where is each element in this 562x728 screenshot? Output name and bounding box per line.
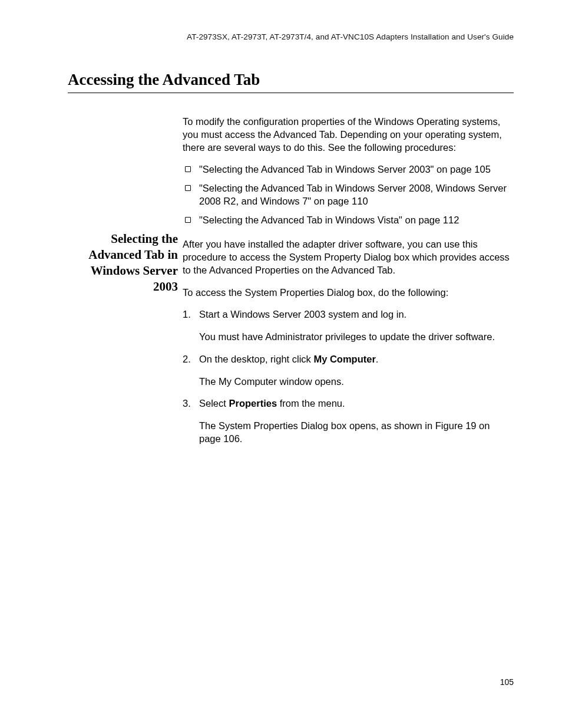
page-number: 105 bbox=[500, 677, 514, 687]
section-side-heading: Selecting the Advanced Tab in Windows Se… bbox=[68, 231, 178, 295]
side-column: Selecting the Advanced Tab in Windows Se… bbox=[68, 116, 183, 295]
square-bullet-icon bbox=[185, 166, 191, 172]
step-item: 3. Select Properties from the menu. bbox=[183, 397, 514, 410]
step-number: 3. bbox=[183, 397, 199, 410]
step-subtext: The My Computer window opens. bbox=[199, 375, 514, 388]
step-item: 2. On the desktop, right click My Comput… bbox=[183, 353, 514, 366]
body-area: Selecting the Advanced Tab in Windows Se… bbox=[68, 116, 514, 455]
step-subtext: You must have Administrator privileges t… bbox=[199, 331, 514, 344]
step-text-post: from the menu. bbox=[277, 398, 345, 409]
step-text: On the desktop, right click My Computer. bbox=[199, 353, 514, 366]
intro-paragraph: To modify the configuration properties o… bbox=[183, 116, 514, 154]
bullet-item: "Selecting the Advanced Tab in Windows V… bbox=[183, 214, 514, 227]
step-text-pre: Select bbox=[199, 398, 229, 409]
bullet-item: "Selecting the Advanced Tab in Windows S… bbox=[183, 182, 514, 208]
step-subtext: The System Properties Dialog box opens, … bbox=[199, 420, 514, 446]
square-bullet-icon bbox=[185, 185, 191, 191]
steps-intro: To access the System Properties Dialog b… bbox=[183, 286, 514, 299]
bullet-text: "Selecting the Advanced Tab in Windows S… bbox=[199, 163, 514, 176]
content-column: To modify the configuration properties o… bbox=[183, 116, 514, 455]
page: AT-2973SX, AT-2973T, AT-2973T/4, and AT-… bbox=[0, 0, 562, 728]
bullet-item: "Selecting the Advanced Tab in Windows S… bbox=[183, 163, 514, 176]
step-text: Start a Windows Server 2003 system and l… bbox=[199, 308, 514, 321]
step-item: 1. Start a Windows Server 2003 system an… bbox=[183, 308, 514, 321]
step-text-bold: Properties bbox=[229, 398, 277, 409]
bullet-text: "Selecting the Advanced Tab in Windows S… bbox=[199, 182, 514, 208]
step-text: Select Properties from the menu. bbox=[199, 397, 514, 410]
step-text-bold: My Computer bbox=[313, 354, 375, 364]
step-text-post: . bbox=[376, 354, 379, 364]
square-bullet-icon bbox=[185, 217, 191, 223]
page-title: Accessing the Advanced Tab bbox=[68, 71, 514, 93]
running-header: AT-2973SX, AT-2973T, AT-2973T/4, and AT-… bbox=[68, 32, 514, 41]
step-number: 1. bbox=[183, 308, 199, 321]
step-number: 2. bbox=[183, 353, 199, 366]
bullet-list: "Selecting the Advanced Tab in Windows S… bbox=[183, 163, 514, 226]
section-lead: After you have installed the adapter dri… bbox=[183, 238, 514, 276]
step-text-pre: On the desktop, right click bbox=[199, 354, 313, 364]
bullet-text: "Selecting the Advanced Tab in Windows V… bbox=[199, 214, 514, 227]
